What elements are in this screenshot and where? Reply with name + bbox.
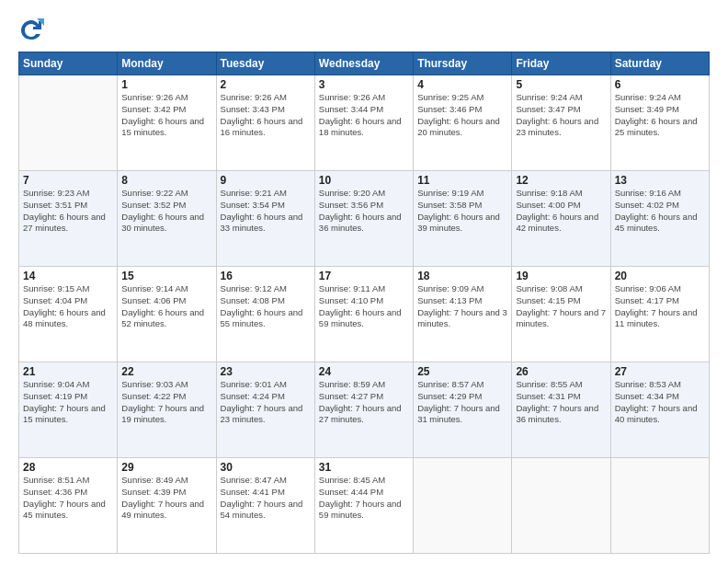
- calendar-week-3: 14Sunrise: 9:15 AMSunset: 4:04 PMDayligh…: [19, 267, 710, 362]
- day-number: 5: [516, 78, 606, 91]
- day-number: 14: [23, 270, 113, 282]
- day-number: 30: [221, 461, 311, 474]
- day-number: 2: [221, 78, 311, 91]
- calendar-week-2: 7Sunrise: 9:23 AMSunset: 3:51 PMDaylight…: [19, 171, 710, 267]
- day-info: Sunrise: 9:20 AMSunset: 3:56 PMDaylight:…: [319, 188, 409, 235]
- day-number: 16: [221, 270, 311, 282]
- calendar-cell: 25Sunrise: 8:57 AMSunset: 4:29 PMDayligh…: [414, 362, 512, 458]
- calendar-cell: 4Sunrise: 9:25 AMSunset: 3:46 PMDaylight…: [414, 75, 512, 171]
- column-header-saturday: Saturday: [610, 52, 709, 75]
- day-number: 20: [615, 270, 705, 282]
- day-info: Sunrise: 8:49 AMSunset: 4:39 PMDaylight:…: [121, 475, 211, 522]
- calendar-cell: 17Sunrise: 9:11 AMSunset: 4:10 PMDayligh…: [314, 267, 413, 362]
- day-number: 1: [121, 78, 211, 91]
- calendar-cell: 9Sunrise: 9:21 AMSunset: 3:54 PMDaylight…: [216, 171, 314, 267]
- day-info: Sunrise: 9:23 AMSunset: 3:51 PMDaylight:…: [23, 188, 113, 235]
- day-info: Sunrise: 9:16 AMSunset: 4:02 PMDaylight:…: [615, 188, 705, 235]
- day-info: Sunrise: 8:59 AMSunset: 4:27 PMDaylight:…: [319, 379, 409, 426]
- day-info: Sunrise: 9:12 AMSunset: 4:08 PMDaylight:…: [221, 283, 311, 330]
- calendar-cell: 31Sunrise: 8:45 AMSunset: 4:44 PMDayligh…: [314, 458, 413, 554]
- day-number: 11: [417, 174, 507, 187]
- calendar-cell: 15Sunrise: 9:14 AMSunset: 4:06 PMDayligh…: [118, 267, 216, 362]
- day-info: Sunrise: 9:26 AMSunset: 3:43 PMDaylight:…: [221, 92, 311, 139]
- day-number: 28: [23, 461, 113, 474]
- day-info: Sunrise: 8:45 AMSunset: 4:44 PMDaylight:…: [319, 475, 409, 522]
- day-info: Sunrise: 9:26 AMSunset: 3:44 PMDaylight:…: [319, 92, 409, 139]
- calendar-cell: 14Sunrise: 9:15 AMSunset: 4:04 PMDayligh…: [19, 267, 118, 362]
- calendar-cell: 18Sunrise: 9:09 AMSunset: 4:13 PMDayligh…: [414, 267, 512, 362]
- calendar-cell: 1Sunrise: 9:26 AMSunset: 3:42 PMDaylight…: [118, 75, 216, 171]
- calendar-cell: 20Sunrise: 9:06 AMSunset: 4:17 PMDayligh…: [610, 267, 709, 362]
- calendar-cell: 7Sunrise: 9:23 AMSunset: 3:51 PMDaylight…: [19, 171, 118, 267]
- day-number: 27: [615, 365, 705, 378]
- day-info: Sunrise: 9:03 AMSunset: 4:22 PMDaylight:…: [121, 379, 211, 426]
- day-info: Sunrise: 9:24 AMSunset: 3:47 PMDaylight:…: [516, 92, 606, 139]
- calendar-cell: 16Sunrise: 9:12 AMSunset: 4:08 PMDayligh…: [216, 267, 314, 362]
- day-info: Sunrise: 9:15 AMSunset: 4:04 PMDaylight:…: [23, 283, 113, 330]
- calendar-cell: 5Sunrise: 9:24 AMSunset: 3:47 PMDaylight…: [512, 75, 610, 171]
- day-info: Sunrise: 9:08 AMSunset: 4:15 PMDaylight:…: [516, 283, 606, 330]
- day-info: Sunrise: 9:19 AMSunset: 3:58 PMDaylight:…: [417, 188, 507, 235]
- day-number: 9: [221, 174, 311, 187]
- day-number: 21: [23, 365, 113, 378]
- calendar-week-5: 28Sunrise: 8:51 AMSunset: 4:36 PMDayligh…: [19, 458, 710, 554]
- calendar-header-row: SundayMondayTuesdayWednesdayThursdayFrid…: [19, 52, 710, 75]
- calendar-cell: 13Sunrise: 9:16 AMSunset: 4:02 PMDayligh…: [610, 171, 709, 267]
- calendar-cell: 19Sunrise: 9:08 AMSunset: 4:15 PMDayligh…: [512, 267, 610, 362]
- day-number: 29: [121, 461, 211, 474]
- calendar-cell: 21Sunrise: 9:04 AMSunset: 4:19 PMDayligh…: [19, 362, 118, 458]
- day-number: 26: [516, 365, 606, 378]
- day-number: 6: [615, 78, 705, 91]
- day-number: 4: [417, 78, 507, 91]
- calendar-cell: [610, 458, 709, 554]
- calendar-cell: [512, 458, 610, 554]
- calendar-cell: 27Sunrise: 8:53 AMSunset: 4:34 PMDayligh…: [610, 362, 709, 458]
- calendar-cell: 12Sunrise: 9:18 AMSunset: 4:00 PMDayligh…: [512, 171, 610, 267]
- day-info: Sunrise: 8:53 AMSunset: 4:34 PMDaylight:…: [615, 379, 705, 426]
- calendar-cell: 30Sunrise: 8:47 AMSunset: 4:41 PMDayligh…: [216, 458, 314, 554]
- day-number: 31: [319, 461, 409, 474]
- calendar-cell: 10Sunrise: 9:20 AMSunset: 3:56 PMDayligh…: [314, 171, 413, 267]
- column-header-sunday: Sunday: [19, 52, 118, 75]
- calendar-cell: [19, 75, 118, 171]
- day-info: Sunrise: 9:21 AMSunset: 3:54 PMDaylight:…: [221, 188, 311, 235]
- page: SundayMondayTuesdayWednesdayThursdayFrid…: [0, 0, 728, 563]
- day-info: Sunrise: 9:18 AMSunset: 4:00 PMDaylight:…: [516, 188, 606, 235]
- day-info: Sunrise: 9:09 AMSunset: 4:13 PMDaylight:…: [417, 283, 507, 330]
- day-info: Sunrise: 9:04 AMSunset: 4:19 PMDaylight:…: [23, 379, 113, 426]
- day-info: Sunrise: 9:14 AMSunset: 4:06 PMDaylight:…: [121, 283, 211, 330]
- calendar-table: SundayMondayTuesdayWednesdayThursdayFrid…: [18, 52, 710, 554]
- day-number: 8: [121, 174, 211, 187]
- day-info: Sunrise: 9:25 AMSunset: 3:46 PMDaylight:…: [417, 92, 507, 139]
- day-number: 15: [121, 270, 211, 282]
- column-header-monday: Monday: [118, 52, 216, 75]
- calendar-cell: 24Sunrise: 8:59 AMSunset: 4:27 PMDayligh…: [314, 362, 413, 458]
- day-info: Sunrise: 8:55 AMSunset: 4:31 PMDaylight:…: [516, 379, 606, 426]
- day-info: Sunrise: 9:26 AMSunset: 3:42 PMDaylight:…: [121, 92, 211, 139]
- logo: [18, 17, 48, 42]
- column-header-tuesday: Tuesday: [216, 52, 314, 75]
- day-number: 13: [615, 174, 705, 187]
- day-number: 7: [23, 174, 113, 187]
- day-info: Sunrise: 9:06 AMSunset: 4:17 PMDaylight:…: [615, 283, 705, 330]
- column-header-friday: Friday: [512, 52, 610, 75]
- day-number: 3: [319, 78, 409, 91]
- day-number: 12: [516, 174, 606, 187]
- calendar-cell: 8Sunrise: 9:22 AMSunset: 3:52 PMDaylight…: [118, 171, 216, 267]
- calendar-week-4: 21Sunrise: 9:04 AMSunset: 4:19 PMDayligh…: [19, 362, 710, 458]
- day-number: 22: [121, 365, 211, 378]
- day-info: Sunrise: 8:51 AMSunset: 4:36 PMDaylight:…: [23, 475, 113, 522]
- day-number: 18: [417, 270, 507, 282]
- day-number: 17: [319, 270, 409, 282]
- day-info: Sunrise: 9:24 AMSunset: 3:49 PMDaylight:…: [615, 92, 705, 139]
- calendar-cell: 23Sunrise: 9:01 AMSunset: 4:24 PMDayligh…: [216, 362, 314, 458]
- calendar-cell: 22Sunrise: 9:03 AMSunset: 4:22 PMDayligh…: [118, 362, 216, 458]
- day-number: 23: [221, 365, 311, 378]
- calendar-week-1: 1Sunrise: 9:26 AMSunset: 3:42 PMDaylight…: [19, 75, 710, 171]
- calendar-cell: 11Sunrise: 9:19 AMSunset: 3:58 PMDayligh…: [414, 171, 512, 267]
- column-header-wednesday: Wednesday: [314, 52, 413, 75]
- day-number: 24: [319, 365, 409, 378]
- calendar-cell: 2Sunrise: 9:26 AMSunset: 3:43 PMDaylight…: [216, 75, 314, 171]
- day-info: Sunrise: 8:47 AMSunset: 4:41 PMDaylight:…: [221, 475, 311, 522]
- calendar-cell: 26Sunrise: 8:55 AMSunset: 4:31 PMDayligh…: [512, 362, 610, 458]
